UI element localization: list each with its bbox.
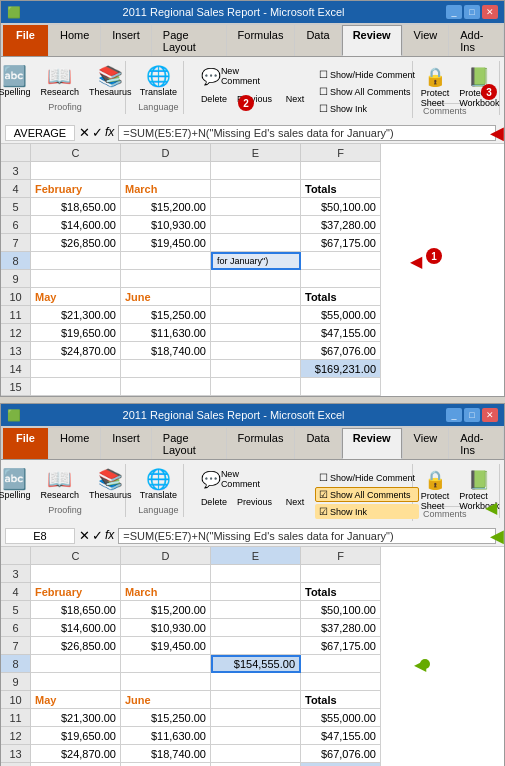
- cancel-icon-2[interactable]: ✕: [79, 528, 90, 543]
- cell-f3-1[interactable]: [301, 162, 381, 180]
- cell-e3-1[interactable]: [211, 162, 301, 180]
- cell-f7-2[interactable]: $67,175.00: [301, 637, 381, 655]
- cell-e11-1[interactable]: [211, 306, 301, 324]
- formula-input-1[interactable]: =SUM(E5:E7)+N("Missing Ed's sales data f…: [118, 125, 496, 141]
- cell-c5-1[interactable]: $18,650.00: [31, 198, 121, 216]
- cell-c10-2[interactable]: May: [31, 691, 121, 709]
- cell-d10-2[interactable]: June: [121, 691, 211, 709]
- cell-e12-1[interactable]: [211, 324, 301, 342]
- cell-c5-2[interactable]: $18,650.00: [31, 601, 121, 619]
- cell-d13-1[interactable]: $18,740.00: [121, 342, 211, 360]
- thesaurus-btn-2[interactable]: 📚 Thesaurus: [86, 466, 135, 503]
- cell-d5-2[interactable]: $15,200.00: [121, 601, 211, 619]
- cell-e10-2[interactable]: [211, 691, 301, 709]
- cell-d15-1[interactable]: [121, 378, 211, 396]
- tab-data-2[interactable]: Data: [295, 428, 340, 459]
- cell-e10-1[interactable]: [211, 288, 301, 306]
- cell-f13-1[interactable]: $67,076.00: [301, 342, 381, 360]
- cell-d5-1[interactable]: $15,200.00: [121, 198, 211, 216]
- cell-f10-2[interactable]: Totals: [301, 691, 381, 709]
- cell-d3-1[interactable]: [121, 162, 211, 180]
- cell-e7-2[interactable]: [211, 637, 301, 655]
- delete-btn-1[interactable]: Delete: [198, 91, 230, 107]
- cell-e14-1[interactable]: [211, 360, 301, 378]
- cell-c8-2[interactable]: [31, 655, 121, 673]
- cell-d10-1[interactable]: June: [121, 288, 211, 306]
- cell-f12-2[interactable]: $47,155.00: [301, 727, 381, 745]
- spelling-btn-2[interactable]: 🔤 Spelling: [0, 466, 33, 503]
- enter-icon-2[interactable]: ✓: [92, 528, 103, 543]
- cell-e9-1[interactable]: [211, 270, 301, 288]
- cell-c11-2[interactable]: $21,300.00: [31, 709, 121, 727]
- maximize-btn-2[interactable]: □: [464, 408, 480, 422]
- tab-addins-1[interactable]: Add-Ins: [449, 25, 503, 56]
- close-btn-1[interactable]: ✕: [482, 5, 498, 19]
- cell-c13-2[interactable]: $24,870.00: [31, 745, 121, 763]
- cell-d4-2[interactable]: March: [121, 583, 211, 601]
- new-comment-btn-1[interactable]: 💬 NewComment: [198, 63, 311, 89]
- cell-d3-2[interactable]: [121, 565, 211, 583]
- maximize-btn-1[interactable]: □: [464, 5, 480, 19]
- cell-f3-2[interactable]: [301, 565, 381, 583]
- cell-e6-1[interactable]: [211, 216, 301, 234]
- cell-e8-2[interactable]: $154,555.00: [211, 655, 301, 673]
- cell-c6-2[interactable]: $14,600.00: [31, 619, 121, 637]
- cell-e3-2[interactable]: [211, 565, 301, 583]
- cell-c4-2[interactable]: February: [31, 583, 121, 601]
- cell-f6-1[interactable]: $37,280.00: [301, 216, 381, 234]
- next-btn-2[interactable]: Next: [279, 494, 311, 510]
- cell-d13-2[interactable]: $18,740.00: [121, 745, 211, 763]
- cancel-icon-1[interactable]: ✕: [79, 125, 90, 140]
- cell-c8-1[interactable]: [31, 252, 121, 270]
- tab-review-2[interactable]: Review: [342, 428, 402, 459]
- cell-c15-1[interactable]: [31, 378, 121, 396]
- minimize-btn-1[interactable]: _: [446, 5, 462, 19]
- cell-c13-1[interactable]: $24,870.00: [31, 342, 121, 360]
- tab-insert-1[interactable]: Insert: [101, 25, 151, 56]
- cell-c3-1[interactable]: [31, 162, 121, 180]
- show-hide-comment-btn-2[interactable]: ☐ Show/Hide Comment: [315, 470, 419, 485]
- cell-d14-1[interactable]: [121, 360, 211, 378]
- cell-f8-2[interactable]: [301, 655, 381, 673]
- cell-c12-2[interactable]: $19,650.00: [31, 727, 121, 745]
- cell-d8-2[interactable]: [121, 655, 211, 673]
- cell-f9-1[interactable]: [301, 270, 381, 288]
- protect-sheet-btn-1[interactable]: 🔒 ProtectSheet: [418, 63, 453, 111]
- tab-view-2[interactable]: View: [403, 428, 449, 459]
- cell-c4-1[interactable]: February: [31, 180, 121, 198]
- close-btn-2[interactable]: ✕: [482, 408, 498, 422]
- tab-pagelayout-2[interactable]: Page Layout: [152, 428, 226, 459]
- tab-formulas-1[interactable]: Formulas: [227, 25, 295, 56]
- cell-d6-2[interactable]: $10,930.00: [121, 619, 211, 637]
- show-hide-comment-btn-1[interactable]: ☐ Show/Hide Comment: [315, 67, 419, 82]
- cell-f14-1[interactable]: $169,231.00: [301, 360, 381, 378]
- cell-f4-1[interactable]: Totals: [301, 180, 381, 198]
- tab-review-1[interactable]: Review: [342, 25, 402, 56]
- cell-d8-1[interactable]: [121, 252, 211, 270]
- cell-f8-1[interactable]: [301, 252, 381, 270]
- cell-f7-1[interactable]: $67,175.00: [301, 234, 381, 252]
- cell-e6-2[interactable]: [211, 619, 301, 637]
- show-ink-btn-2[interactable]: ☑ Show Ink: [315, 504, 419, 519]
- cell-f11-2[interactable]: $55,000.00: [301, 709, 381, 727]
- new-comment-btn-2[interactable]: 💬 NewComment: [198, 466, 311, 492]
- cell-d4-1[interactable]: March: [121, 180, 211, 198]
- translate-btn-1[interactable]: 🌐 Translate: [137, 63, 180, 100]
- cell-d11-2[interactable]: $15,250.00: [121, 709, 211, 727]
- show-all-comments-btn-1[interactable]: ☐ Show All Comments: [315, 84, 419, 99]
- cell-d7-2[interactable]: $19,450.00: [121, 637, 211, 655]
- cell-f4-2[interactable]: Totals: [301, 583, 381, 601]
- cell-e4-1[interactable]: [211, 180, 301, 198]
- cell-e13-2[interactable]: [211, 745, 301, 763]
- cell-c7-2[interactable]: $26,850.00: [31, 637, 121, 655]
- tab-home-2[interactable]: Home: [49, 428, 100, 459]
- name-box-2[interactable]: [5, 528, 75, 544]
- tab-file-2[interactable]: File: [3, 428, 48, 459]
- cell-d11-1[interactable]: $15,250.00: [121, 306, 211, 324]
- cell-f11-1[interactable]: $55,000.00: [301, 306, 381, 324]
- cell-e12-2[interactable]: [211, 727, 301, 745]
- tab-home-1[interactable]: Home: [49, 25, 100, 56]
- translate-btn-2[interactable]: 🌐 Translate: [137, 466, 180, 503]
- cell-c7-1[interactable]: $26,850.00: [31, 234, 121, 252]
- tab-view-1[interactable]: View: [403, 25, 449, 56]
